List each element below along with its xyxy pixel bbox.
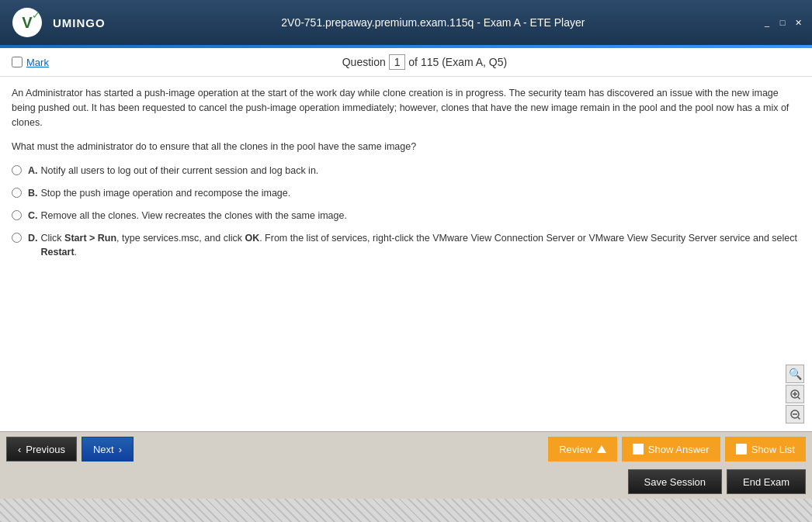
option-b-text: Stop the push image operation and recomp… xyxy=(41,186,801,201)
option-a: A. Notify all users to log out of their … xyxy=(12,164,800,178)
restore-button[interactable]: □ xyxy=(776,17,789,28)
radio-d[interactable] xyxy=(12,233,22,243)
question-description: An Administrator has started a push-imag… xyxy=(12,86,800,130)
question-number-display: Question 1 of 115 (Exam A, Q5) xyxy=(49,54,800,70)
option-c: C. Remove all the clones. View recreates… xyxy=(12,209,800,223)
bottom-toolbar: ‹ Previous Next › Review Show Answer Sho… xyxy=(0,431,812,466)
title-bar: V ✓ UMINGO 2V0-751.prepaway.premium.exam… xyxy=(0,0,812,45)
logo-v-letter: V xyxy=(22,14,32,32)
zoom-out-button[interactable] xyxy=(786,405,804,423)
svg-line-6 xyxy=(798,417,800,420)
question-number-box: 1 xyxy=(389,54,406,70)
next-arrow-icon: › xyxy=(119,444,122,455)
mark-checkbox[interactable] xyxy=(12,57,23,67)
bottom-toolbar-2: Save Session End Exam xyxy=(0,466,812,499)
window-title: 2V0-751.prepaway.premium.exam.115q - Exa… xyxy=(106,16,761,29)
title-bar-left: V ✓ UMINGO xyxy=(8,9,106,36)
question-header: Mark Question 1 of 115 (Exam A, Q5) xyxy=(0,48,812,77)
question-of-text: of 115 (Exam A, Q5) xyxy=(408,56,507,68)
content-area: Mark Question 1 of 115 (Exam A, Q5) An A… xyxy=(0,48,812,431)
question-ask: What must the administrator do to ensure… xyxy=(12,141,800,152)
window-controls: _ □ ✕ xyxy=(761,17,804,28)
options-list: A. Notify all users to log out of their … xyxy=(12,164,800,260)
show-list-icon xyxy=(736,444,747,455)
option-b-label: B. xyxy=(28,186,38,201)
review-button[interactable]: Review xyxy=(548,437,617,462)
option-d-text: Click Start > Run, type services.msc, an… xyxy=(41,231,801,261)
logo: V ✓ xyxy=(8,9,47,36)
logo-circle: V ✓ xyxy=(12,8,42,37)
hatch-decoration xyxy=(0,499,812,522)
show-list-label: Show List xyxy=(751,444,795,455)
mark-label[interactable]: Mark xyxy=(26,57,49,68)
option-d: D. Click Start > Run, type services.msc,… xyxy=(12,231,800,261)
logo-text: UMINGO xyxy=(53,16,106,29)
option-d-label: D. xyxy=(28,231,38,246)
show-answer-icon xyxy=(633,444,644,455)
review-label: Review xyxy=(559,444,592,455)
option-c-label: C. xyxy=(28,209,38,223)
previous-label: Previous xyxy=(26,444,65,455)
logo-checkmark: ✓ xyxy=(32,9,40,21)
option-b: B. Stop the push image operation and rec… xyxy=(12,186,800,201)
zoom-controls: 🔍 xyxy=(786,365,804,423)
zoom-in-button[interactable] xyxy=(786,385,804,403)
option-c-text: Remove all the clones. View recreates th… xyxy=(41,209,801,223)
svg-line-3 xyxy=(798,397,800,399)
option-a-label: A. xyxy=(28,164,38,178)
zoom-in-icon xyxy=(789,389,800,399)
review-dropdown-icon xyxy=(597,445,606,453)
show-answer-label: Show Answer xyxy=(648,444,710,455)
main-window: V ✓ UMINGO 2V0-751.prepaway.premium.exam… xyxy=(0,0,812,522)
question-prefix: Question xyxy=(342,56,386,68)
radio-b[interactable] xyxy=(12,188,22,198)
previous-arrow-icon: ‹ xyxy=(18,444,21,455)
radio-a[interactable] xyxy=(12,165,22,175)
previous-button[interactable]: ‹ Previous xyxy=(6,437,77,462)
next-button[interactable]: Next › xyxy=(82,437,134,462)
show-answer-button[interactable]: Show Answer xyxy=(622,437,720,462)
save-session-button[interactable]: Save Session xyxy=(628,469,723,494)
next-label: Next xyxy=(93,444,114,455)
show-list-button[interactable]: Show List xyxy=(725,437,806,462)
option-a-text: Notify all users to log out of their cur… xyxy=(41,164,801,178)
zoom-out-icon xyxy=(789,409,800,420)
mark-section: Mark xyxy=(12,57,49,68)
minimize-button[interactable]: _ xyxy=(761,17,773,28)
end-exam-button[interactable]: End Exam xyxy=(727,469,806,494)
search-zoom-button[interactable]: 🔍 xyxy=(786,365,804,383)
close-button[interactable]: ✕ xyxy=(792,17,804,28)
question-body: An Administrator has started a push-imag… xyxy=(0,77,812,431)
radio-c[interactable] xyxy=(12,210,22,220)
